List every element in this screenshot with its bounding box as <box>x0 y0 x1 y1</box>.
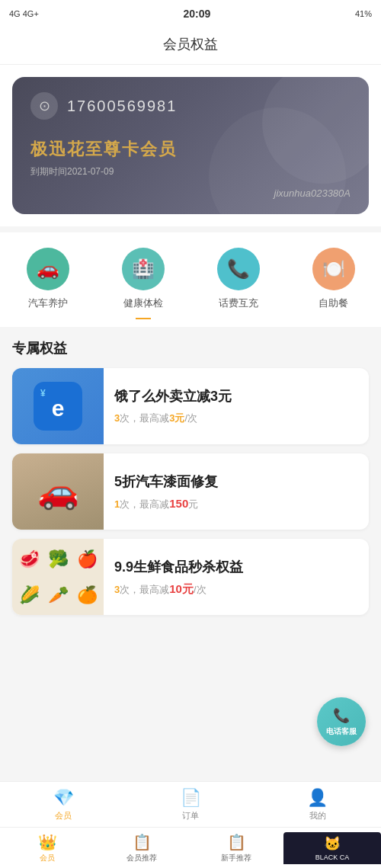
food-item-4: 🌽 <box>15 578 43 612</box>
food-name: 9.9生鲜食品秒杀权益 <box>114 558 358 576</box>
quick-icon-car[interactable]: 🚗 汽车养护 <box>0 248 95 310</box>
car-visual: 🚗 <box>12 453 104 530</box>
battery-text: 41% <box>355 9 372 18</box>
bottom-nav-member[interactable]: 💎 会员 <box>0 788 127 822</box>
status-left: 4G 4G+ <box>9 9 39 18</box>
car-desc: 1次，最高减150元 <box>114 497 358 511</box>
car-amount: 150 <box>169 497 188 510</box>
car-icon-circle: 🚗 <box>27 248 69 290</box>
phone-service-label: 电话客服 <box>326 726 357 736</box>
super-bottom-blackcat[interactable]: 🐱 BLACK CA <box>283 832 381 864</box>
super-recommend-icon: 📋 <box>133 833 152 851</box>
membership-card[interactable]: ⊙ 17600569981 极迅花至尊卡会员 到期时间2021-07-09 ji… <box>12 77 369 214</box>
page-header: 会员权益 <box>0 27 381 65</box>
car-name: 5折汽车漆面修复 <box>114 472 358 491</box>
food-content: 9.9生鲜食品秒杀权益 3次，最高减10元/次 <box>104 539 369 615</box>
phone-icon-circle: 📞 <box>217 248 260 290</box>
super-bottom-member[interactable]: 👑 会员 <box>0 833 94 863</box>
signal-text: 4G 4G+ <box>9 9 39 18</box>
food-item-5: 🥕 <box>44 578 72 612</box>
super-blackcat-label: BLACK CA <box>315 854 350 861</box>
member-nav-label: 会员 <box>55 810 72 822</box>
quick-icon-phone[interactable]: 📞 话费互充 <box>190 248 286 310</box>
card-wrapper: ⊙ 17600569981 极迅花至尊卡会员 到期时间2021-07-09 ji… <box>0 65 381 226</box>
status-bar: 4G 4G+ 20:09 41% <box>0 0 381 27</box>
super-member-icon: 👑 <box>38 833 57 851</box>
food-item-3: 🍎 <box>73 542 101 576</box>
status-time: 20:09 <box>183 8 210 20</box>
super-bottom-newbie[interactable]: 📋 新手推荐 <box>189 833 283 863</box>
food-image: 🥩 🥦 🍎 🌽 🥕 🍊 <box>12 539 104 615</box>
super-newbie-label: 新手推荐 <box>221 853 251 863</box>
food-count: 3 <box>114 584 120 595</box>
card-number: 17600569981 <box>67 98 177 115</box>
eleme-image: ¥ e <box>12 368 104 444</box>
card-member-title: 极迅花至尊卡会员 <box>30 138 351 161</box>
card-bottom: jixunhua023380A <box>30 187 351 199</box>
phone-label: 话费互充 <box>219 296 258 310</box>
card-expiry: 到期时间2021-07-09 <box>30 165 351 178</box>
super-bottom-bar: 👑 会员 📋 会员推荐 📋 新手推荐 🐱 BLACK CA <box>0 827 381 868</box>
eleme-name: 饿了么外卖立减3元 <box>114 387 358 405</box>
health-label: 健康体检 <box>123 296 163 310</box>
super-newbie-icon: 📋 <box>227 833 246 851</box>
benefits-section: 专属权益 ¥ e 饿了么外卖立减3元 3次，最高减3元/次 <box>0 327 381 636</box>
member-nav-icon: 💎 <box>53 788 74 808</box>
page-title: 会员权益 <box>163 37 218 52</box>
card-brand-icon: ⊙ <box>30 92 58 120</box>
food-amount: 10元 <box>169 582 194 595</box>
card-middle: 极迅花至尊卡会员 到期时间2021-07-09 <box>30 138 351 178</box>
benefit-card-car[interactable]: 🚗 5折汽车漆面修复 1次，最高减150元 <box>12 453 369 530</box>
benefit-card-food[interactable]: 🥩 🥦 🍎 🌽 🥕 🍊 9.9生鲜食品秒杀权益 3次，最高减10元/次 <box>12 539 369 615</box>
super-bottom-recommend[interactable]: 📋 会员推荐 <box>94 833 189 863</box>
order-nav-icon: 📄 <box>181 788 201 808</box>
me-nav-icon: 👤 <box>307 788 328 808</box>
buffet-icon-circle: 🍽️ <box>312 248 355 290</box>
buffet-label: 自助餐 <box>319 296 348 310</box>
food-items-grid: 🥩 🥦 🍎 🌽 🥕 🍊 <box>15 542 101 612</box>
quick-icons-section: 🚗 汽车养护 🏥 健康体检 📞 话费互充 🍽️ 自助餐 <box>0 232 381 327</box>
eleme-count: 3 <box>114 412 120 424</box>
health-icon-circle: 🏥 <box>122 248 165 290</box>
benefit-card-eleme[interactable]: ¥ e 饿了么外卖立减3元 3次，最高减3元/次 <box>12 368 369 444</box>
car-image: 🚗 <box>12 453 104 530</box>
super-recommend-label: 会员推荐 <box>126 853 157 863</box>
super-member-label: 会员 <box>40 853 55 863</box>
bottom-nav-me[interactable]: 👤 我的 <box>254 788 381 822</box>
food-item-2: 🥦 <box>44 542 72 576</box>
food-item-1: 🥩 <box>15 542 43 576</box>
benefits-title: 专属权益 <box>12 339 369 357</box>
phone-service-icon: 📞 <box>333 707 350 725</box>
phone-service-button[interactable]: 📞 电话客服 <box>317 697 366 746</box>
eleme-content: 饿了么外卖立减3元 3次，最高减3元/次 <box>104 368 369 444</box>
car-count: 1 <box>114 498 120 510</box>
quick-icon-buffet[interactable]: 🍽️ 自助餐 <box>286 248 381 310</box>
health-underline <box>136 318 151 319</box>
eleme-desc: 3次，最高减3元/次 <box>114 412 358 425</box>
card-top: ⊙ 17600569981 <box>30 92 351 120</box>
card-user-id: jixunhua023380A <box>274 187 351 199</box>
quick-icons-row: 🚗 汽车养护 🏥 健康体检 📞 话费互充 🍽️ 自助餐 <box>0 248 381 319</box>
bottom-nav: 💎 会员 📄 订单 👤 我的 <box>0 781 381 827</box>
status-right: 41% <box>355 9 372 18</box>
bottom-nav-order[interactable]: 📄 订单 <box>127 788 255 822</box>
order-nav-label: 订单 <box>182 810 199 822</box>
super-blackcat-icon: 🐱 <box>324 835 341 852</box>
me-nav-label: 我的 <box>309 810 326 822</box>
food-item-6: 🍊 <box>73 578 101 612</box>
food-desc: 3次，最高减10元/次 <box>114 582 358 597</box>
car-content: 5折汽车漆面修复 1次，最高减150元 <box>104 453 369 530</box>
quick-icon-health[interactable]: 🏥 健康体检 <box>95 248 190 319</box>
car-label: 汽车养护 <box>28 296 68 310</box>
eleme-amount: 3元 <box>169 412 184 424</box>
